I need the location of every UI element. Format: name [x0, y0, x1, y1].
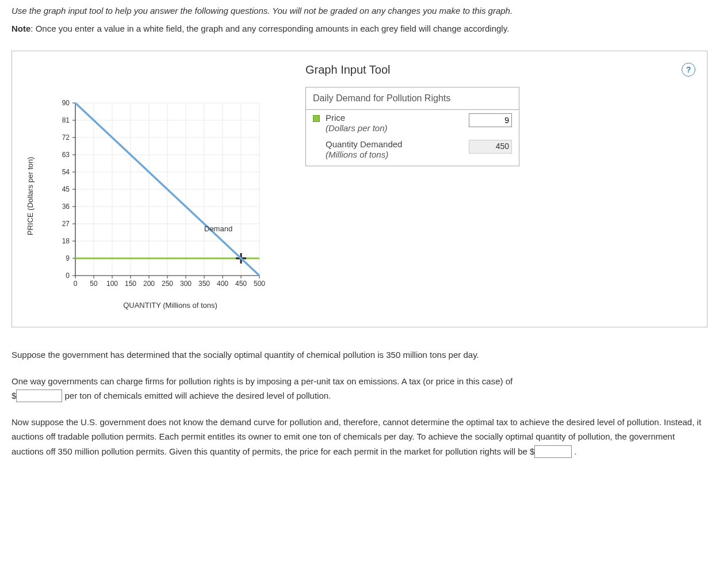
help-icon[interactable]: ? [682, 63, 695, 77]
svg-text:150: 150 [125, 280, 136, 288]
chart-svg[interactable]: 0918273645546372819005010015020025030035… [18, 91, 282, 299]
q2-text-a: One way governments can charge firms for… [12, 376, 513, 386]
svg-text:0: 0 [74, 280, 78, 288]
tax-input[interactable] [16, 390, 62, 402]
quantity-output: 450 [469, 140, 512, 154]
price-row: Price (Dollars per ton) [306, 110, 519, 136]
note-prefix: Note [12, 24, 30, 33]
svg-text:90: 90 [62, 99, 70, 107]
intro-text: Use the graph input tool to help you ans… [12, 6, 707, 16]
question-2: One way governments can charge firms for… [12, 374, 707, 403]
tool-title-row: Graph Input Tool ? [305, 63, 695, 77]
svg-text:36: 36 [62, 203, 70, 211]
price-swatch-icon [313, 115, 320, 122]
svg-text:250: 250 [162, 280, 173, 288]
price-label: Price (Dollars per ton) [326, 113, 463, 133]
q2-prefix: $ [12, 391, 16, 400]
tool-box: Daily Demand for Pollution Rights Price … [305, 87, 519, 166]
chart-area: PRICE (Dollars per ton) 0918273645546372… [18, 57, 294, 310]
svg-text:72: 72 [62, 133, 70, 142]
question-3: Now suppose the U.S. government does not… [12, 415, 707, 459]
svg-text:45: 45 [62, 185, 70, 193]
note-body: : Once you enter a value in a white fiel… [30, 24, 509, 33]
graph-panel: PRICE (Dollars per ton) 0918273645546372… [12, 51, 707, 327]
q2-text-b: per ton of chemicals emitted will achiev… [62, 391, 331, 400]
tool-area: Graph Input Tool ? Daily Demand for Poll… [305, 57, 701, 310]
quantity-unit: (Millions of tons) [326, 150, 388, 159]
svg-text:18: 18 [62, 237, 70, 245]
svg-text:50: 50 [90, 280, 98, 288]
svg-text:200: 200 [143, 280, 155, 288]
question-1: Suppose the government has determined th… [12, 348, 707, 362]
svg-text:54: 54 [62, 168, 70, 176]
svg-text:450: 450 [235, 280, 247, 288]
price-input[interactable] [469, 113, 512, 127]
svg-text:Demand: Demand [204, 224, 232, 233]
svg-text:400: 400 [217, 280, 228, 288]
price-unit: (Dollars per ton) [326, 123, 388, 133]
svg-text:100: 100 [106, 280, 118, 288]
svg-text:27: 27 [62, 220, 70, 228]
quantity-row: Quantity Demanded (Millions of tons) 450 [306, 136, 519, 166]
x-axis-label: QUANTITY (Millions of tons) [47, 301, 294, 310]
quantity-label-text: Quantity Demanded [326, 139, 402, 149]
note-text: Note: Once you enter a value in a white … [12, 24, 707, 33]
q3-text-a: Now suppose the U.S. government does not… [12, 417, 701, 456]
y-axis-label: PRICE (Dollars per ton) [26, 156, 35, 235]
svg-text:9: 9 [66, 254, 70, 262]
svg-text:500: 500 [254, 280, 265, 288]
svg-text:0: 0 [66, 272, 70, 280]
permit-price-input[interactable] [534, 445, 572, 458]
q3-prefix: $ [530, 446, 534, 456]
svg-text:350: 350 [198, 280, 210, 288]
quantity-label: Quantity Demanded (Millions of tons) [326, 139, 463, 160]
tool-box-header: Daily Demand for Pollution Rights [306, 87, 519, 110]
tool-title: Graph Input Tool [305, 63, 391, 77]
svg-text:81: 81 [62, 116, 70, 124]
q3-text-b: . [572, 446, 576, 456]
price-label-text: Price [326, 113, 345, 123]
svg-text:63: 63 [62, 151, 70, 159]
svg-text:300: 300 [180, 280, 192, 288]
